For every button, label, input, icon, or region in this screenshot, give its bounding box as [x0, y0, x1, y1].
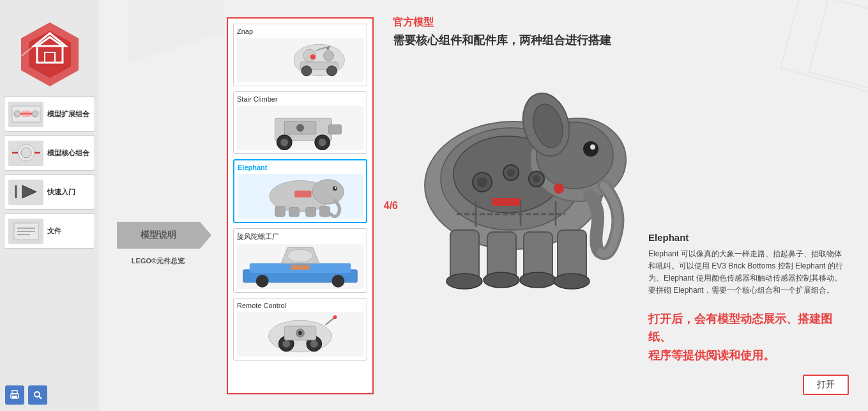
model-list-container: Znap Stair Climber — [220, 17, 374, 394]
stair-climber-title: Stair Climber — [237, 95, 363, 103]
svg-point-42 — [319, 138, 326, 146]
svg-point-80 — [446, 274, 482, 289]
model-name-title: Elephant — [648, 232, 849, 243]
print-button[interactable] — [5, 385, 24, 405]
svg-point-94 — [554, 183, 564, 194]
open-prompt-text: 打开后，会有模型动态展示、搭建图纸、 程序等提供阅读和使用。 — [648, 310, 849, 365]
svg-rect-45 — [329, 125, 342, 134]
svg-point-35 — [310, 54, 316, 59]
elephant-main-image — [393, 61, 636, 304]
model-card-elephant[interactable]: Elephant — [233, 159, 367, 223]
svg-point-40 — [280, 138, 288, 146]
quickstart-icon — [8, 180, 43, 205]
stair-climber-thumb — [237, 105, 363, 150]
svg-point-84 — [520, 272, 556, 288]
files-label: 文件 — [47, 226, 61, 235]
svg-point-66 — [310, 339, 318, 347]
svg-marker-18 — [22, 185, 36, 198]
elephant-title: Elephant — [238, 164, 363, 171]
svg-point-58 — [287, 249, 313, 262]
svg-point-27 — [34, 392, 40, 397]
official-badge: 官方模型 — [393, 16, 849, 29]
svg-point-71 — [333, 315, 337, 319]
hex-logo — [4, 19, 95, 89]
core-label: 模型核心组合 — [47, 148, 89, 157]
sidebar: 模型扩展组合 模型核心组合 快速入门 — [0, 0, 99, 411]
svg-rect-13 — [22, 111, 31, 117]
sidebar-item-quickstart[interactable]: 快速入门 — [4, 174, 95, 210]
svg-point-88 — [477, 177, 487, 187]
nav-panel: 模型说明 LEGO®元件总览 — [99, 0, 217, 411]
gyro-thumb — [237, 244, 363, 289]
svg-point-34 — [327, 65, 337, 75]
search-button[interactable] — [28, 385, 47, 405]
svg-point-53 — [335, 187, 337, 189]
svg-point-64 — [282, 339, 290, 347]
svg-point-10 — [14, 111, 20, 117]
content-area: 官方模型 需要核心组件和配件库，两种组合进行搭建 — [374, 0, 868, 411]
svg-point-92 — [533, 175, 540, 183]
files-icon — [8, 219, 43, 244]
svg-point-90 — [507, 169, 515, 176]
svg-point-86 — [554, 274, 590, 289]
model-list-panel: Znap Stair Climber — [227, 17, 374, 394]
svg-rect-50 — [306, 207, 316, 216]
svg-rect-61 — [291, 265, 310, 270]
svg-point-77 — [583, 141, 598, 157]
svg-rect-48 — [275, 206, 286, 216]
gyro-title: 旋风陀螺工厂 — [237, 232, 363, 242]
svg-rect-93 — [492, 198, 521, 206]
svg-point-69 — [298, 331, 302, 335]
znap-thumb — [237, 38, 363, 82]
official-subtitle: 需要核心组件和配件库，两种组合进行搭建 — [393, 33, 849, 48]
svg-rect-51 — [320, 206, 330, 216]
model-desc-button[interactable]: 模型说明 — [117, 222, 200, 249]
model-card-gyro[interactable]: 旋风陀螺工厂 — [233, 228, 367, 293]
content-body: Elephant Elephant 可以像真的大象一样走路、抬起鼻子、抬取物体和… — [393, 61, 849, 395]
svg-point-44 — [296, 124, 304, 132]
model-card-znap[interactable]: Znap — [233, 24, 367, 86]
svg-point-60 — [332, 274, 345, 287]
expansion-label: 模型扩展组合 — [47, 109, 89, 118]
sidebar-item-core[interactable]: 模型核心组合 — [4, 136, 95, 171]
open-button[interactable]: 打开 — [803, 375, 849, 395]
svg-point-47 — [312, 179, 344, 204]
quickstart-label: 快速入门 — [47, 187, 75, 196]
svg-point-59 — [256, 274, 269, 287]
svg-rect-49 — [289, 207, 300, 216]
expansion-icon — [8, 102, 43, 127]
model-card-stair-climber[interactable]: Stair Climber — [233, 91, 367, 154]
bottom-toolbar — [5, 385, 47, 405]
sidebar-item-files[interactable]: 文件 — [4, 213, 95, 249]
remote-thumb — [237, 312, 363, 357]
znap-title: Znap — [237, 27, 363, 35]
svg-point-11 — [32, 111, 38, 117]
svg-rect-25 — [12, 391, 17, 394]
svg-point-15 — [21, 148, 31, 158]
model-info: Elephant Elephant 可以像真的大象一样走路、抬起鼻子、抬取物体和… — [648, 61, 849, 395]
elephant-thumb — [238, 174, 363, 219]
model-description: Elephant 可以像真的大象一样走路、抬起鼻子、抬取物体和吼叫。可以使用 E… — [648, 248, 849, 297]
svg-point-78 — [590, 144, 595, 150]
lego-parts-label: LEGO®元件总览 — [132, 256, 185, 266]
remote-title: Remote Control — [237, 302, 363, 309]
svg-point-33 — [301, 65, 312, 75]
svg-rect-54 — [294, 190, 311, 198]
svg-point-82 — [483, 272, 519, 288]
svg-rect-26 — [12, 396, 17, 398]
model-card-remote[interactable]: Remote Control — [233, 298, 367, 361]
svg-line-28 — [39, 396, 42, 399]
core-icon — [8, 141, 43, 166]
sidebar-item-expansion[interactable]: 模型扩展组合 — [4, 97, 95, 132]
svg-point-31 — [324, 50, 334, 61]
